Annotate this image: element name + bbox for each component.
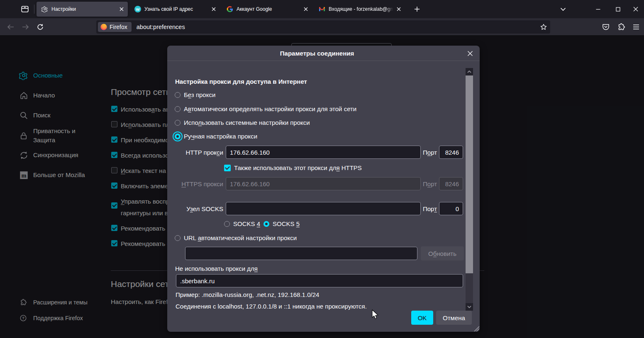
- radio-label: Использовать системные настройки прокси: [184, 119, 310, 126]
- tab-separator: [34, 5, 34, 14]
- tab-close-icon[interactable]: [302, 5, 310, 13]
- share-proxy-checkbox[interactable]: Также использовать этот прокси для HTTPS: [224, 164, 362, 171]
- radio-no-proxy[interactable]: Без прокси: [175, 91, 215, 98]
- plus-icon: [414, 6, 420, 12]
- tab-label: Настройки: [51, 6, 117, 12]
- radio-pac-url[interactable]: URL автоматической настройки прокси: [175, 234, 297, 241]
- google-favicon: [227, 6, 233, 12]
- firefox-view-button[interactable]: [18, 3, 32, 15]
- new-tab-button[interactable]: [411, 4, 423, 14]
- maximize-icon: [616, 7, 620, 12]
- window-maximize-button[interactable]: [608, 0, 627, 18]
- hamburger-menu-icon: [633, 24, 639, 30]
- forward-button[interactable]: [18, 20, 32, 34]
- scroll-down-button[interactable]: [466, 303, 473, 311]
- dialog-resize-grip[interactable]: [473, 325, 479, 331]
- ip-site-favicon: W: [134, 6, 141, 12]
- radio-socks4[interactable]: SOCKS 4: [224, 220, 260, 227]
- back-arrow-icon: [7, 24, 14, 30]
- scrollbar-thumb[interactable]: [466, 75, 473, 273]
- radio-auto-detect[interactable]: Автоматически определять настройки прокс…: [175, 105, 356, 112]
- tab-close-icon[interactable]: [210, 5, 218, 13]
- checkbox-label: Также использовать этот прокси для HTTPS: [234, 164, 362, 171]
- http-proxy-input[interactable]: [226, 146, 421, 159]
- tab-gmail-inbox[interactable]: Входящие - forzenkalab@gmai: [314, 2, 405, 17]
- socks-host-input[interactable]: [226, 202, 421, 215]
- reload-button[interactable]: [33, 20, 47, 34]
- star-icon: [540, 24, 547, 30]
- radio-manual-proxy[interactable]: Ручная настройка прокси: [175, 133, 257, 140]
- https-port-input[interactable]: [439, 177, 463, 190]
- radio-icon[interactable]: [224, 221, 230, 227]
- window-minimize-button[interactable]: [588, 0, 607, 18]
- connection-settings-dialog: Параметры соединения Настройка прокси дл…: [167, 46, 480, 332]
- pocket-button[interactable]: [599, 20, 613, 34]
- no-proxy-input[interactable]: [176, 274, 463, 287]
- radio-label: URL автоматической настройки прокси: [184, 234, 297, 241]
- ok-button[interactable]: OK: [411, 311, 433, 325]
- radio-icon[interactable]: [175, 92, 181, 98]
- dialog-close-button[interactable]: [465, 48, 476, 59]
- chevron-up-icon: [467, 71, 471, 73]
- scroll-up-button[interactable]: [466, 68, 473, 75]
- radio-icon[interactable]: [175, 120, 181, 126]
- mouse-cursor: [372, 309, 380, 320]
- firefox-view-icon: [21, 5, 29, 13]
- https-proxy-label: HTTPS прокси: [167, 180, 223, 187]
- radio-label: Автоматически определять настройки прокс…: [184, 105, 356, 112]
- http-proxy-label: HTTP прокси: [167, 149, 223, 156]
- gmail-favicon: [319, 6, 325, 12]
- dialog-titlebar: Параметры соединения: [167, 46, 480, 61]
- extensions-button[interactable]: [614, 20, 628, 34]
- tab-label: Входящие - forzenkalab@gmai: [329, 6, 394, 12]
- radio-label: SOCKS 5: [273, 220, 300, 227]
- tab-bar: Настройки W Узнать свой IP адрес Аккаун: [0, 0, 644, 18]
- reload-icon: [37, 24, 44, 30]
- puzzle-icon: [617, 23, 625, 31]
- dialog-title: Параметры соединения: [280, 50, 354, 57]
- url-text: about:preferences: [137, 24, 538, 30]
- bookmark-star-button[interactable]: [538, 21, 549, 33]
- radio-label: Ручная настройка прокси: [184, 133, 257, 140]
- radio-label: Без прокси: [184, 91, 215, 98]
- http-port-input[interactable]: [439, 146, 463, 159]
- chevron-down-icon: [467, 306, 471, 308]
- tab-settings[interactable]: Настройки: [37, 2, 128, 17]
- tab-close-icon[interactable]: [117, 5, 126, 13]
- socks-port-label: Порт: [423, 205, 437, 212]
- radio-icon[interactable]: [175, 106, 181, 112]
- pocket-icon: [602, 23, 610, 31]
- app-menu-button[interactable]: [629, 20, 643, 34]
- search-mode-chip[interactable]: Firefox: [98, 22, 132, 32]
- url-bar[interactable]: Firefox about:preferences: [96, 20, 550, 34]
- reload-pac-button[interactable]: Обновить: [421, 246, 464, 260]
- socks-port-input[interactable]: [439, 202, 463, 215]
- close-icon: [467, 51, 473, 56]
- https-proxy-input[interactable]: [226, 177, 421, 190]
- svg-text:W: W: [136, 7, 140, 12]
- radio-selected-icon[interactable]: [175, 134, 181, 139]
- forward-arrow-icon: [22, 24, 29, 30]
- chevron-down-icon: [560, 7, 566, 11]
- https-port-label: Порт: [423, 180, 437, 187]
- proxy-heading: Настройка прокси для доступа в Интернет: [175, 78, 307, 85]
- pac-url-input[interactable]: [185, 247, 417, 260]
- checkbox-checked-icon[interactable]: [224, 165, 231, 171]
- navigation-toolbar: Firefox about:preferences: [0, 18, 644, 36]
- radio-socks5[interactable]: SOCKS 5: [263, 220, 300, 227]
- cancel-button[interactable]: Отмена: [436, 311, 472, 325]
- tab-close-icon[interactable]: [395, 5, 403, 13]
- dialog-scrollbar[interactable]: [466, 68, 473, 311]
- socks-host-label: Узел SOCKS: [167, 205, 223, 212]
- window-close-button[interactable]: [627, 0, 644, 18]
- radio-selected-icon[interactable]: [263, 221, 269, 227]
- close-icon: [633, 7, 638, 12]
- no-proxy-example: Пример: .mozilla-russia.org, .net.nz, 19…: [176, 291, 319, 298]
- radio-label: SOCKS 4: [233, 220, 260, 227]
- tab-ip-address[interactable]: W Узнать свой IP адрес: [129, 2, 220, 17]
- radio-icon[interactable]: [175, 235, 181, 241]
- back-button[interactable]: [3, 20, 17, 34]
- list-all-tabs-button[interactable]: [557, 3, 569, 15]
- radio-system-proxy[interactable]: Использовать системные настройки прокси: [175, 119, 310, 126]
- tab-google-account[interactable]: Аккаунт Google: [222, 2, 312, 17]
